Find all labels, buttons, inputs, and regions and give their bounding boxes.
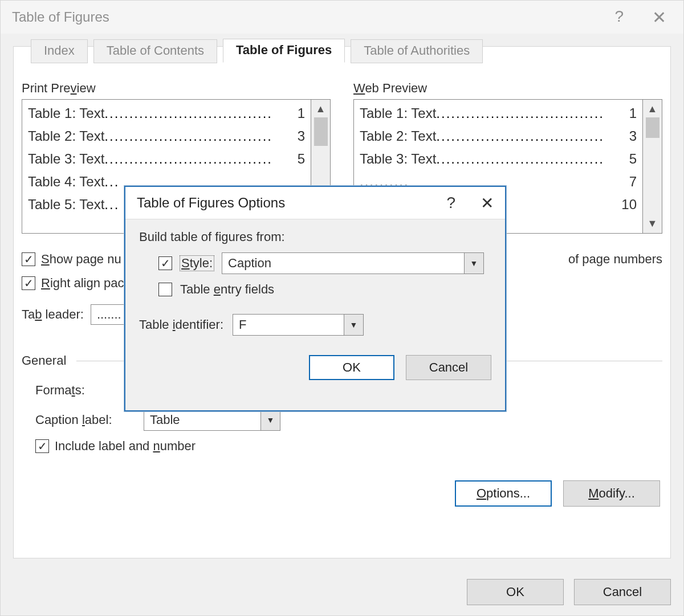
cancel-button[interactable]: Cancel bbox=[574, 579, 671, 605]
tab-table-of-figures[interactable]: Table of Figures bbox=[223, 39, 345, 63]
build-from-label: Build table of figures from: bbox=[139, 230, 491, 244]
close-icon[interactable]: ✕ bbox=[652, 7, 666, 27]
checkbox-icon: ✓ bbox=[22, 276, 35, 290]
modal-ok-button[interactable]: OK bbox=[309, 355, 394, 380]
scroll-down-icon[interactable]: ▼ bbox=[648, 218, 658, 230]
table-entry-fields-label: Table entry fields bbox=[180, 282, 274, 297]
caption-label-value: Table bbox=[144, 410, 260, 430]
table-identifier-label: Table identifier: bbox=[139, 317, 223, 332]
style-value: Caption bbox=[222, 253, 464, 274]
table-identifier-value: F bbox=[233, 315, 344, 335]
help-icon[interactable]: ? bbox=[446, 194, 455, 213]
options-button[interactable]: Options... bbox=[455, 480, 552, 507]
titlebar: Table of Figures ? ✕ bbox=[1, 1, 683, 34]
modify-button[interactable]: Modify... bbox=[563, 480, 660, 507]
scroll-up-icon[interactable]: ▲ bbox=[316, 103, 326, 115]
general-label: General bbox=[22, 353, 66, 368]
scroll-thumb[interactable] bbox=[314, 117, 328, 146]
scroll-thumb[interactable] bbox=[646, 117, 659, 138]
modal-title: Table of Figures Options bbox=[137, 195, 285, 211]
dialog-table-of-figures-options: Table of Figures Options ? ✕ Build table… bbox=[124, 186, 506, 411]
checkbox-style[interactable]: ✓ bbox=[158, 256, 172, 270]
dialog-title: Table of Figures bbox=[12, 9, 109, 25]
checkbox-icon: ✓ bbox=[22, 252, 35, 266]
web-preview-label: Web Preview bbox=[353, 81, 662, 96]
tab-leader-label: Tab leader: bbox=[22, 307, 84, 322]
chevron-down-icon[interactable]: ▼ bbox=[260, 410, 280, 430]
help-icon[interactable]: ? bbox=[614, 7, 624, 27]
hyperlinks-label-fragment: of page numbers bbox=[568, 252, 662, 266]
print-preview-label: Print Preview bbox=[22, 81, 331, 96]
chevron-down-icon[interactable]: ▼ bbox=[344, 315, 363, 335]
modal-cancel-button[interactable]: Cancel bbox=[406, 355, 491, 380]
style-combo[interactable]: Caption ▼ bbox=[222, 252, 484, 274]
scroll-up-icon[interactable]: ▲ bbox=[648, 103, 658, 115]
ok-button[interactable]: OK bbox=[467, 579, 564, 605]
checkbox-include-label-number[interactable]: ✓ Include label and number bbox=[35, 439, 196, 454]
formats-label: Formats: bbox=[35, 383, 132, 398]
close-icon[interactable]: ✕ bbox=[481, 194, 494, 213]
checkbox-table-entry-fields[interactable] bbox=[158, 283, 172, 296]
tab-strip: Index Table of Contents Table of Figures… bbox=[31, 39, 483, 63]
tab-table-of-contents[interactable]: Table of Contents bbox=[93, 39, 217, 63]
caption-label-label: Caption label: bbox=[35, 413, 132, 427]
tab-table-of-authorities[interactable]: Table of Authorities bbox=[351, 39, 483, 63]
table-identifier-combo[interactable]: F ▼ bbox=[233, 314, 364, 336]
style-label: Style: bbox=[180, 256, 214, 271]
checkbox-icon: ✓ bbox=[35, 439, 49, 453]
modal-titlebar: Table of Figures Options ? ✕ bbox=[125, 187, 505, 219]
chevron-down-icon[interactable]: ▼ bbox=[464, 253, 483, 274]
tab-index[interactable]: Index bbox=[31, 39, 88, 63]
web-preview-scrollbar[interactable]: ▲ ▼ bbox=[643, 99, 662, 234]
caption-label-combo[interactable]: Table ▼ bbox=[144, 409, 280, 431]
